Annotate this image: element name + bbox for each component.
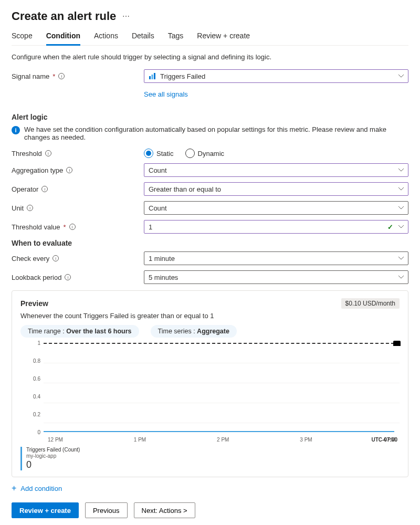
timezone-label: UTC-07:00 xyxy=(372,437,397,443)
threshold-line xyxy=(44,343,400,344)
info-icon[interactable]: i xyxy=(52,255,59,261)
time-range-label: Time range : xyxy=(28,328,66,335)
info-icon[interactable]: i xyxy=(69,224,76,230)
chevron-down-icon xyxy=(398,75,404,78)
info-icon[interactable]: i xyxy=(58,73,65,79)
check-every-select[interactable]: 1 minute xyxy=(144,251,408,265)
tab-bar: Scope Condition Actions Details Tags Rev… xyxy=(12,28,408,46)
time-range-value: Over the last 6 hours xyxy=(66,328,131,335)
tab-condition[interactable]: Condition xyxy=(46,28,80,46)
preview-card: Preview $0.10 USD/month Whenever the cou… xyxy=(12,290,408,477)
radio-unchecked-icon xyxy=(185,149,195,158)
more-actions-icon[interactable]: ⋯ xyxy=(122,12,130,20)
review-create-button[interactable]: Review + create xyxy=(12,502,79,518)
threshold-static-label: Static xyxy=(156,150,174,158)
radio-checked-icon xyxy=(144,149,153,158)
threshold-dynamic-radio[interactable]: Dynamic xyxy=(185,149,225,158)
alert-logic-heading: Alert logic xyxy=(12,113,408,121)
chart-legend[interactable]: Triggers Failed (Count) my-logic-app 0 xyxy=(20,447,400,470)
operator-label: Operator xyxy=(12,185,38,193)
time-series-value: Aggregate xyxy=(197,328,229,335)
chevron-down-icon xyxy=(398,187,404,191)
info-icon[interactable]: i xyxy=(45,150,51,156)
time-range-pill[interactable]: Time range : Over the last 6 hours xyxy=(20,325,139,338)
price-badge: $0.10 USD/month xyxy=(341,298,400,309)
check-every-value: 1 minute xyxy=(149,255,175,262)
aggregation-value: Count xyxy=(149,166,167,174)
required-marker: * xyxy=(52,72,55,80)
chevron-down-icon xyxy=(398,225,404,228)
lookback-label: Lookback period xyxy=(12,274,61,281)
signal-name-value: Triggers Failed xyxy=(160,72,205,80)
tab-tags[interactable]: Tags xyxy=(168,28,184,45)
aggregation-select[interactable]: Count xyxy=(144,163,408,177)
threshold-marker-icon xyxy=(393,341,401,346)
chevron-down-icon xyxy=(398,257,404,260)
info-banner-text: We have set the condition configuration … xyxy=(24,125,408,141)
info-icon: i xyxy=(12,126,20,134)
aggregation-label: Aggregation type xyxy=(12,166,63,174)
previous-button[interactable]: Previous xyxy=(85,502,128,518)
plus-icon: + xyxy=(12,484,16,493)
threshold-static-radio[interactable]: Static xyxy=(144,149,174,158)
info-icon[interactable]: i xyxy=(41,186,48,192)
time-series-pill[interactable]: Time series : Aggregate xyxy=(151,325,237,338)
when-to-evaluate-heading: When to evaluate xyxy=(12,239,408,247)
info-icon[interactable]: i xyxy=(66,167,72,173)
threshold-value-label: Threshold value xyxy=(12,223,60,231)
unit-label: Unit xyxy=(12,204,24,212)
info-icon[interactable]: i xyxy=(65,274,71,280)
operator-select[interactable]: Greater than or equal to xyxy=(144,182,408,196)
threshold-value-input[interactable]: 1 xyxy=(144,220,408,234)
chevron-down-icon xyxy=(398,276,404,279)
svg-rect-2 xyxy=(154,73,155,79)
check-every-label: Check every xyxy=(12,255,49,262)
tab-review[interactable]: Review + create xyxy=(197,28,250,45)
x-tick: 1 PM xyxy=(134,437,146,443)
operator-value: Greater than or equal to xyxy=(149,185,221,193)
tab-actions[interactable]: Actions xyxy=(94,28,118,45)
y-tick: 0.2 xyxy=(33,412,40,417)
signal-name-select[interactable]: Triggers Failed xyxy=(144,69,408,83)
info-icon[interactable]: i xyxy=(27,205,33,211)
y-tick: 0 xyxy=(37,429,40,435)
x-tick: 3 PM xyxy=(300,437,312,443)
unit-value: Count xyxy=(149,204,167,212)
y-tick: 0.4 xyxy=(33,394,40,400)
threshold-label: Threshold xyxy=(12,150,42,158)
tab-details[interactable]: Details xyxy=(132,28,154,45)
x-tick: 2 PM xyxy=(217,437,229,443)
unit-select[interactable]: Count xyxy=(144,201,408,215)
page-title: Create an alert rule xyxy=(12,9,116,23)
chevron-down-icon xyxy=(398,169,404,172)
svg-rect-0 xyxy=(149,76,151,79)
bar-chart-icon xyxy=(149,72,156,80)
legend-resource-name: my-logic-app xyxy=(26,453,80,459)
preview-chart: 1 0.8 0.6 0.4 0.2 0 12 PM 1 PM 2 PM 3 PM… xyxy=(28,343,400,443)
threshold-dynamic-label: Dynamic xyxy=(198,150,225,158)
preview-summary: Whenever the count Triggers Failed is gr… xyxy=(20,312,400,320)
svg-rect-1 xyxy=(152,75,153,79)
y-tick: 1 xyxy=(37,340,40,346)
preview-title: Preview xyxy=(20,299,48,308)
chevron-down-icon xyxy=(398,206,404,209)
data-series-line xyxy=(44,431,394,432)
add-condition-label: Add condition xyxy=(20,485,62,492)
required-marker: * xyxy=(64,223,66,231)
page-description: Configure when the alert rule should tri… xyxy=(12,53,408,61)
y-tick: 0.6 xyxy=(33,376,40,382)
lookback-value: 5 minutes xyxy=(149,274,178,281)
x-tick: 12 PM xyxy=(48,437,63,443)
see-all-signals-link[interactable]: See all signals xyxy=(144,90,188,98)
time-series-label: Time series : xyxy=(158,328,197,335)
threshold-value-text: 1 xyxy=(149,223,152,231)
y-tick: 0.8 xyxy=(33,358,40,364)
add-condition-button[interactable]: + Add condition xyxy=(12,484,408,493)
tab-scope[interactable]: Scope xyxy=(12,28,33,45)
legend-series-name: Triggers Failed (Count) xyxy=(26,447,80,453)
legend-value: 0 xyxy=(26,459,80,470)
signal-name-label: Signal name xyxy=(12,72,49,80)
lookback-select[interactable]: 5 minutes xyxy=(144,270,408,284)
next-button[interactable]: Next: Actions > xyxy=(134,502,195,518)
